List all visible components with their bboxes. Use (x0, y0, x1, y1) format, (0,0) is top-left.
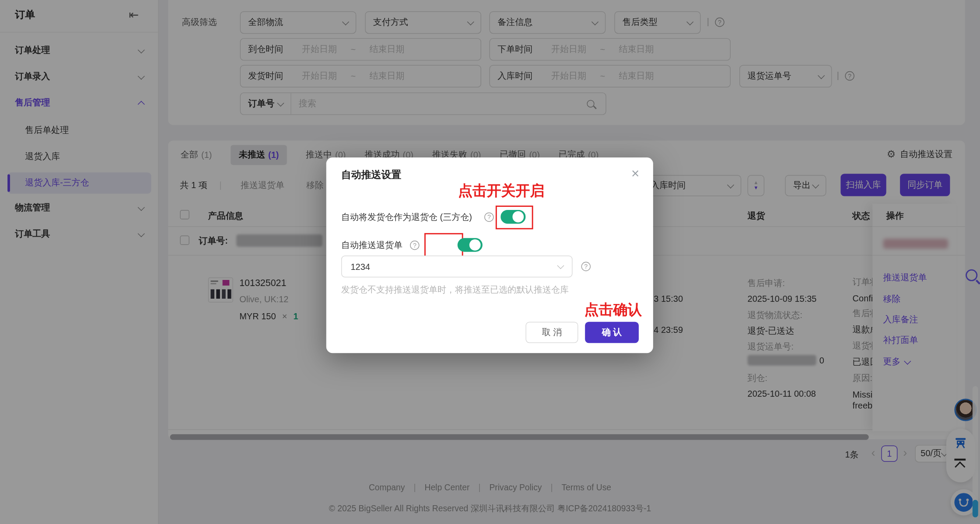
help-icon[interactable]: ? (581, 262, 591, 271)
auto-push-return-label: 自动推送退货单 (341, 240, 402, 252)
annotation-click-switch: 点击开关开启 (458, 181, 544, 200)
annotation-click-confirm: 点击确认 (584, 300, 642, 319)
chevron-down-icon (557, 262, 564, 269)
default-warehouse-select[interactable]: 1234 (341, 255, 573, 277)
auto-push-settings-modal: 自动推送设置 × 点击开关开启 自动将发货仓作为退货仓 (三方仓) ? 自动推送… (326, 157, 653, 353)
confirm-button[interactable]: 确 认 (585, 322, 639, 343)
helper-text: 发货仓不支持推送退货单时，将推送至已选的默认推送仓库 (341, 284, 569, 296)
cancel-button[interactable]: 取 消 (525, 322, 578, 343)
page: 订单 ⇤ 订单处理 订单录入 售后管理 售后单处理 退货入库 退货入库-三方仓 … (0, 0, 980, 524)
help-icon[interactable]: ? (484, 213, 494, 222)
help-icon[interactable]: ? (410, 241, 419, 250)
auto-return-warehouse-toggle[interactable] (500, 210, 525, 224)
auto-return-warehouse-label: 自动将发货仓作为退货仓 (三方仓) (341, 212, 472, 223)
auto-push-return-toggle[interactable] (458, 238, 483, 252)
modal-title: 自动推送设置 (341, 169, 401, 182)
close-icon[interactable]: × (631, 166, 639, 182)
